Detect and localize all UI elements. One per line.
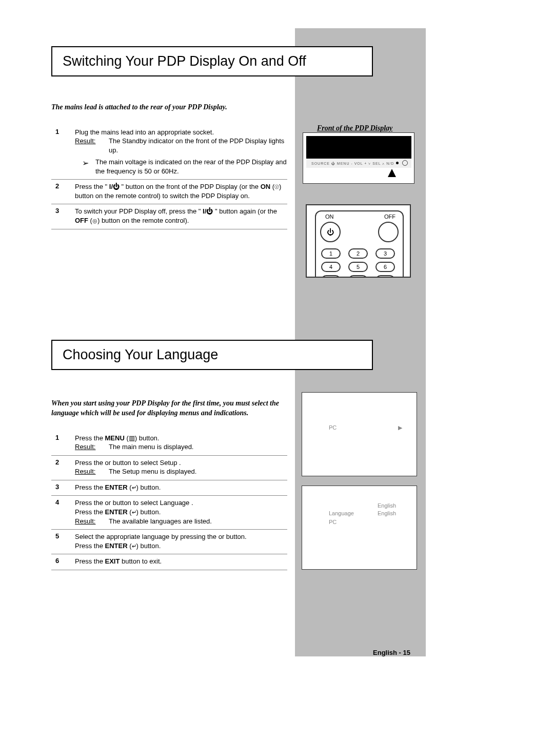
step-text: Press the xyxy=(75,508,105,516)
enter-icon: ↵ xyxy=(132,542,136,550)
step-body: Press the or button to select Language .… xyxy=(75,498,287,526)
step-text: Press the " xyxy=(75,183,109,190)
step-body: Press the EXIT button to exit. xyxy=(75,557,287,566)
step-line: Press the or button to select Setup . xyxy=(75,458,287,468)
step-row: 1 Press the MENU (▥) button. Result: The… xyxy=(51,431,287,456)
step-text: ( xyxy=(270,183,274,190)
step-text: ( xyxy=(125,434,129,442)
step-row: 2 Press the or button to select Setup . … xyxy=(51,456,287,480)
step-row: 5 Select the appropriate language by pre… xyxy=(51,530,287,554)
off-label: OFF xyxy=(75,217,88,224)
remote-num-button: 4 xyxy=(321,262,341,272)
step-row: 3 Press the ENTER (↵) button. xyxy=(51,480,287,496)
result-label: Result: xyxy=(75,443,95,451)
step-text: ) button. xyxy=(136,542,161,550)
remote-on-label: ON xyxy=(325,214,334,220)
step-text: Press the xyxy=(75,434,105,442)
menu-icon: ▥ xyxy=(129,434,135,442)
remote-diagram: ⏻ ON OFF 1 2 3 4 5 6 7 8 9 xyxy=(306,204,411,278)
result-text: The available languages are listed. xyxy=(109,517,287,526)
note-arrow-icon: ➢ xyxy=(75,158,95,176)
section2-title-box: Choosing Your Language xyxy=(51,340,373,370)
step-text: ( xyxy=(128,483,132,491)
result-line: Result: The available languages are list… xyxy=(75,517,287,526)
osd-screenshot-2: English Language English PC xyxy=(302,486,417,570)
osd-screenshot-1: PC ▶ xyxy=(302,392,417,476)
result-label: Result: xyxy=(75,517,95,525)
result-text: The Standby indicator on the front of th… xyxy=(109,137,287,154)
front-diagram-caption: Front of the PDP Display xyxy=(317,124,392,132)
step-number: 2 xyxy=(51,458,75,476)
section1-title-box: Switching Your PDP Display On and Off xyxy=(51,46,373,76)
remote-on-icon: ⦾ xyxy=(274,183,279,191)
remote-off-label: OFF xyxy=(384,214,395,220)
step-text: ) button on the remote control). xyxy=(97,217,189,224)
result-label: Result: xyxy=(75,468,95,475)
step-text: To switch your PDP Display off, press th… xyxy=(75,207,203,215)
step-text: ( xyxy=(128,508,132,516)
step-body: Press the MENU (▥) button. Result: The m… xyxy=(75,434,287,452)
step-row: 6 Press the EXIT button to exit. xyxy=(51,554,287,570)
step-text: ) button. xyxy=(136,508,161,516)
step-text: ) button. xyxy=(135,434,160,442)
menu-label: MENU xyxy=(105,434,125,442)
step-line: Select the appropriate language by press… xyxy=(75,532,287,541)
panel-ir-dot xyxy=(396,162,399,164)
front-panel-diagram: SOURCE ⏻ MENU - VOL + ∨ SEL ∧ N/D xyxy=(303,132,414,184)
step-text: " button on the front of the PDP Display… xyxy=(120,183,261,190)
remote-off-icon: ◎ xyxy=(92,217,97,225)
step-text: Press the xyxy=(75,542,105,550)
step-number: 3 xyxy=(51,207,75,225)
section1-intro: The mains lead is attached to the rear o… xyxy=(51,102,282,112)
remote-num-button: 5 xyxy=(348,262,368,272)
result-line: Result: The Standby indicator on the fro… xyxy=(75,137,287,154)
step-row: 1 Plug the mains lead into an appropriat… xyxy=(51,125,287,180)
page-footer: English - 15 xyxy=(373,649,410,656)
remote-num-button: 1 xyxy=(321,248,341,259)
remote-outline: ⏻ ON OFF 1 2 3 4 5 6 7 8 9 xyxy=(315,210,404,278)
remote-on-button: ⏻ xyxy=(320,222,341,242)
remote-num-button: 3 xyxy=(375,248,395,259)
result-label: Result: xyxy=(75,137,95,145)
section2-intro: When you start using your PDP Display fo… xyxy=(51,398,282,418)
step-row: 3 To switch your PDP Display off, press … xyxy=(51,204,287,229)
remote-num-button: 7 xyxy=(321,275,341,278)
footer-lang: English - xyxy=(373,649,403,656)
section2-title: Choosing Your Language xyxy=(63,347,218,362)
power-icon: I/⏻ xyxy=(109,183,120,190)
step-number: 4 xyxy=(51,498,75,526)
step-body: Select the appropriate language by press… xyxy=(75,532,287,550)
enter-label: ENTER xyxy=(105,483,128,491)
step-body: Press the " I/⏻ " button on the front of… xyxy=(75,182,287,200)
section1-title: Switching Your PDP Display On and Off xyxy=(63,53,306,69)
step-body: Press the ENTER (↵) button. xyxy=(75,483,287,492)
remote-num-button: 8 xyxy=(348,275,368,278)
remote-num-button: 9 xyxy=(375,275,395,278)
arrow-right-icon: ▶ xyxy=(398,424,402,431)
osd-item-pc: PC xyxy=(329,519,337,525)
panel-arrow-icon xyxy=(388,169,396,177)
result-text: The main menu is displayed. xyxy=(109,442,287,452)
remote-off-button xyxy=(378,222,399,242)
step-line: Press the or button to select Language . xyxy=(75,498,287,508)
step-number: 1 xyxy=(51,128,75,176)
step-row: 2 Press the " I/⏻ " button on the front … xyxy=(51,180,287,204)
step-text: Press the xyxy=(75,483,105,491)
enter-icon: ↵ xyxy=(132,509,136,516)
step-number: 3 xyxy=(51,483,75,492)
step-text: button to exit. xyxy=(120,557,162,565)
step-text: ( xyxy=(88,217,92,224)
section2-steps: 1 Press the MENU (▥) button. Result: The… xyxy=(51,431,287,570)
remote-num-button: 2 xyxy=(348,248,368,259)
page-content: Switching Your PDP Display On and Off Th… xyxy=(0,0,554,570)
step-number: 1 xyxy=(51,434,75,452)
result-line: Result: The Setup menu is displayed. xyxy=(75,467,287,476)
step-text: ) button. xyxy=(136,483,161,491)
exit-label: EXIT xyxy=(105,557,120,565)
step-number: 6 xyxy=(51,557,75,566)
step-number: 5 xyxy=(51,532,75,550)
panel-screen-strip xyxy=(306,136,411,159)
step-text: ( xyxy=(128,542,132,550)
step-body: Press the or button to select Setup . Re… xyxy=(75,458,287,476)
step-body: To switch your PDP Display off, press th… xyxy=(75,207,287,225)
